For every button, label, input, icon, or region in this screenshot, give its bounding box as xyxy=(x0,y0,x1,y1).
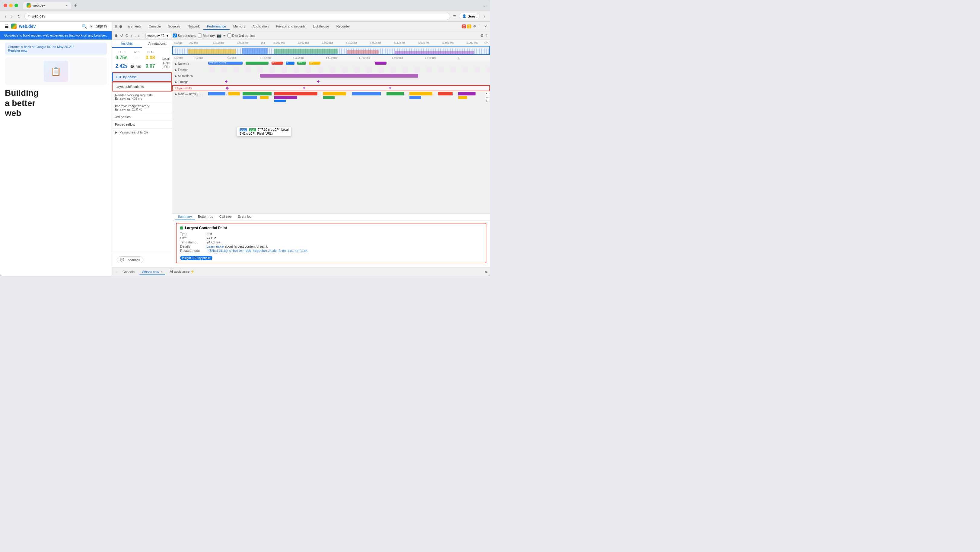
toolbar-clear-icon[interactable]: ⊘ xyxy=(125,33,129,38)
browser-window: web.dev × + ⌄ ‹ › ↻ ⊙ web.dev ⚗ 👤 Guest … xyxy=(0,0,490,276)
insight-layout-shift-culprits[interactable]: Layout shift culprits xyxy=(112,82,172,91)
timings-expand-icon[interactable]: ▶ xyxy=(175,80,177,84)
toolbar-upload-icon[interactable]: ↑ xyxy=(130,33,132,38)
hero-line3: web xyxy=(5,108,107,118)
tab-recorder[interactable]: Recorder xyxy=(333,23,354,30)
new-tab-button[interactable]: + xyxy=(72,2,79,9)
browser-menu-icon[interactable]: ⋮ xyxy=(482,14,486,19)
tab-memory[interactable]: Memory xyxy=(230,23,249,30)
title-bar: web.dev × + ⌄ xyxy=(0,0,490,11)
toolbar-record-icon[interactable]: ⏺ xyxy=(115,33,118,38)
tab-sources[interactable]: Sources xyxy=(164,23,184,30)
window-dropdown-icon[interactable]: ⌄ xyxy=(484,3,486,8)
tab-performance[interactable]: Performance xyxy=(204,23,230,30)
flame-4 xyxy=(274,92,317,96)
close-devtools-icon[interactable]: ✕ xyxy=(484,24,488,29)
settings-icon[interactable]: ⚙ xyxy=(473,24,477,29)
minimize-button[interactable] xyxy=(9,4,13,7)
main-expand-icon[interactable]: ▶ xyxy=(175,93,177,96)
guest-button[interactable]: 👤 Guest xyxy=(459,13,480,19)
address-bar[interactable]: ⊙ web.dev xyxy=(24,13,450,20)
lcp-insight-badge[interactable]: Insight LCP by phase xyxy=(180,256,212,260)
close-button[interactable] xyxy=(4,4,7,7)
devtools-experiments-icon[interactable]: ⚗ xyxy=(453,14,457,19)
tab-privacy[interactable]: Privacy and security xyxy=(272,23,309,30)
lcp-field-value: 2.42s xyxy=(115,64,129,69)
bottom-tab-whatsnew[interactable]: What's new × xyxy=(139,269,165,275)
devtools-layout-icon[interactable]: ⊞ xyxy=(115,24,118,29)
devtools-record-icon[interactable]: ⏺ xyxy=(119,24,123,29)
feedback-section: 💬 Feedback xyxy=(112,252,172,268)
flame-3b xyxy=(260,96,269,99)
hamburger-icon[interactable]: ☰ xyxy=(5,24,9,29)
lcp-details-text: about largest contentful paint. xyxy=(224,245,268,248)
profile-selector[interactable]: web.dev #2 ▼ xyxy=(145,33,171,38)
timings-track xyxy=(202,79,490,85)
summary-tab-eventlog[interactable]: Event log xyxy=(235,214,255,220)
screenshots-checkbox[interactable]: Screenshots xyxy=(173,34,196,37)
toolbar-capture-icon[interactable]: 📷 xyxy=(216,33,221,38)
forward-button[interactable]: › xyxy=(10,13,14,19)
tab-console[interactable]: Console xyxy=(145,23,164,30)
bottom-bar-close-icon[interactable]: ✕ xyxy=(484,270,488,274)
signin-link[interactable]: Sign in xyxy=(95,24,107,29)
whatsnew-close-icon[interactable]: × xyxy=(161,270,162,274)
summary-tab-summary[interactable]: Summary xyxy=(175,214,195,220)
devtools-tabs: Elements Console Sources Network Perform… xyxy=(124,23,462,30)
frames-expand-icon[interactable]: ▶ xyxy=(175,68,177,72)
tab-elements[interactable]: Elements xyxy=(124,23,145,30)
devtools-body: Insights Annotations LCP INP CLS xyxy=(112,40,490,268)
toolbar-download-icon[interactable]: ↓ xyxy=(134,33,136,38)
insight-image-delivery[interactable]: Improve image delivery Est savings: 25.0… xyxy=(112,102,172,113)
devtools-toolbar: ⏺ ↺ ⊘ ↑ ↓ ⌂ web.dev #2 ▼ Screenshots Mem… xyxy=(112,31,490,40)
feedback-button[interactable]: 💬 Feedback xyxy=(117,256,143,263)
insight-forced-reflow[interactable]: Forced reflow xyxy=(112,121,172,128)
bottom-tab-aiassistance[interactable]: AI assistance ⚡ xyxy=(167,269,197,275)
toolbar-help-icon[interactable]: ? xyxy=(485,33,488,38)
toolbar-settings-icon[interactable]: ⚙ xyxy=(480,33,484,38)
search-icon[interactable]: 🔍 xyxy=(82,24,87,29)
summary-tab-calltree[interactable]: Call tree xyxy=(216,214,235,220)
insights-tab-annotations[interactable]: Annotations xyxy=(142,40,172,48)
webpage-body: Chrome is back at Google I/O on May 20-2… xyxy=(0,40,111,276)
insight-3rd-parties[interactable]: 3rd parties xyxy=(112,113,172,121)
summary-tab-bottomup[interactable]: Bottom-up xyxy=(195,214,216,220)
learn-more-link[interactable]: Learn more xyxy=(207,245,224,248)
animations-track xyxy=(202,73,490,79)
insights-tab-insights[interactable]: Insights xyxy=(112,40,142,48)
tab-lighthouse[interactable]: Lighthouse xyxy=(309,23,333,30)
tab-application[interactable]: Application xyxy=(249,23,272,30)
memory-checkbox[interactable]: Memory xyxy=(198,34,215,37)
network-expand-icon[interactable]: ▶ xyxy=(175,62,177,65)
theme-icon[interactable]: ☀ xyxy=(89,24,93,29)
nav-bar: ‹ › ↻ ⊙ web.dev ⚗ 👤 Guest ⋮ xyxy=(0,11,490,22)
animations-expand-icon[interactable]: ▶ xyxy=(175,74,177,78)
lcp-tooltip: DCL LCP 747.10 ms LCP - Local 2.42 s LCP… xyxy=(237,127,291,137)
toolbar-home-icon[interactable]: ⌂ xyxy=(138,33,140,38)
announcement-text: Chrome is back at Google I/O on May 20-2… xyxy=(8,45,74,49)
metrics-section: LCP INP CLS 0.75s — xyxy=(112,48,172,72)
feature-card: 📋 xyxy=(5,58,107,85)
toolbar-throttle-icon[interactable]: ≡ xyxy=(223,33,226,38)
active-tab[interactable]: web.dev × xyxy=(23,2,71,9)
refresh-button[interactable]: ↻ xyxy=(16,13,22,19)
nav-right: ⚗ 👤 Guest ⋮ xyxy=(453,13,486,19)
tab-close-icon[interactable]: × xyxy=(66,4,68,7)
maximize-button[interactable] xyxy=(14,4,18,7)
bottom-tab-console[interactable]: Console xyxy=(120,269,137,275)
insight-lcp-by-phase[interactable]: LCP by phase xyxy=(112,72,172,82)
more-options-icon[interactable]: ⋮ xyxy=(478,24,482,29)
back-button[interactable]: ‹ xyxy=(4,13,8,19)
toolbar-refresh-icon[interactable]: ↺ xyxy=(120,33,123,38)
dim-3rd-checkbox[interactable]: Dim 3rd parties xyxy=(228,34,255,37)
tab-network[interactable]: Network xyxy=(184,23,204,30)
r2-mark-2: 992 ms xyxy=(227,56,259,59)
layout-shifts-track xyxy=(203,86,489,91)
passed-insights-section[interactable]: ▶ Passed insights (6) xyxy=(112,128,172,136)
animation-bar xyxy=(260,74,418,78)
bottom-bar-menu-icon[interactable]: ⋮ xyxy=(115,270,118,274)
register-link[interactable]: Register now xyxy=(8,49,27,52)
flame-3a xyxy=(243,96,257,99)
insight-render-blocking[interactable]: Render blocking requests Est savings: 40… xyxy=(112,91,172,102)
lcp-size-row: Size 74112 xyxy=(180,236,482,240)
